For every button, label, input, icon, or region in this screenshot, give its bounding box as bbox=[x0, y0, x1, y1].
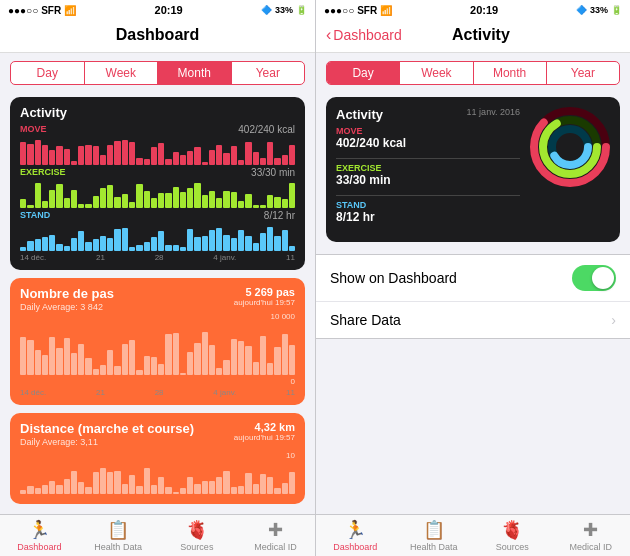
steps-bar-item bbox=[129, 340, 135, 375]
bar-item bbox=[56, 244, 62, 251]
right-tab-health-data[interactable]: 📋 Health Data bbox=[395, 515, 474, 556]
wifi-icon: 📶 bbox=[64, 5, 76, 16]
move-value: 402/240 kcal bbox=[238, 124, 295, 135]
steps-bar-item bbox=[114, 366, 120, 375]
bar-item bbox=[20, 142, 26, 165]
bar-item bbox=[93, 146, 99, 165]
right-battery-icon: 🔋 bbox=[611, 5, 622, 15]
bar-item bbox=[136, 158, 142, 165]
steps-title: Nombre de pas bbox=[20, 286, 114, 301]
back-chevron-icon: ‹ bbox=[326, 26, 331, 44]
bar-item bbox=[231, 192, 237, 208]
steps-bar-item bbox=[35, 488, 41, 494]
steps-bar-item bbox=[180, 488, 186, 494]
steps-bars-container bbox=[20, 325, 295, 375]
steps-bar-item bbox=[107, 472, 113, 494]
bar-item bbox=[216, 228, 222, 251]
tab-medical-id[interactable]: ✚ Medical ID bbox=[236, 515, 315, 556]
bar-item bbox=[100, 188, 106, 208]
bar-item bbox=[20, 199, 26, 208]
health-data-icon: 📋 bbox=[107, 519, 129, 541]
distance-card[interactable]: Distance (marche et course) Daily Averag… bbox=[10, 413, 305, 504]
bar-item bbox=[78, 146, 84, 165]
activity-detail-card[interactable]: Activity 11 janv. 2016 MOVE 402/240 kcal… bbox=[326, 97, 620, 242]
left-nav-header: Dashboard bbox=[0, 20, 315, 53]
tab-dashboard[interactable]: 🏃 Dashboard bbox=[0, 515, 79, 556]
bar-item bbox=[93, 239, 99, 251]
left-segment-control: Day Week Month Year bbox=[10, 61, 305, 85]
steps-bar-item bbox=[122, 484, 128, 494]
right-tab-dashboard[interactable]: 🏃 Dashboard bbox=[316, 515, 395, 556]
left-time: 20:19 bbox=[155, 4, 183, 16]
seg-year[interactable]: Year bbox=[232, 62, 305, 84]
activity-card[interactable]: Activity MOVE 402/240 kcal EXERCISE 33/3… bbox=[10, 97, 305, 270]
right-battery: 🔷 33% 🔋 bbox=[576, 5, 622, 15]
right-panel: ●●●○○ SFR 📶 20:19 🔷 33% 🔋 ‹ Dashboard Ac… bbox=[315, 0, 630, 556]
right-title: Activity bbox=[402, 26, 560, 44]
back-button[interactable]: ‹ Dashboard bbox=[326, 26, 402, 44]
steps-bar-item bbox=[202, 332, 208, 375]
stand-bars bbox=[20, 223, 295, 251]
steps-bar-item bbox=[78, 344, 84, 375]
tab-health-data[interactable]: 📋 Health Data bbox=[79, 515, 158, 556]
steps-bar-item bbox=[231, 339, 237, 375]
bar-item bbox=[245, 194, 251, 208]
bar-item bbox=[114, 141, 120, 165]
steps-bar-item bbox=[282, 334, 288, 375]
seg-month[interactable]: Month bbox=[158, 62, 232, 84]
bar-item bbox=[136, 184, 142, 208]
steps-bar-item bbox=[245, 473, 251, 494]
right-seg-week[interactable]: Week bbox=[400, 62, 473, 84]
right-seg-day[interactable]: Day bbox=[327, 62, 400, 84]
tab-sources[interactable]: 🫀 Sources bbox=[158, 515, 237, 556]
right-battery-label: 33% bbox=[590, 5, 608, 15]
stand-value: 8/12 hr bbox=[264, 210, 295, 221]
show-on-dashboard-row[interactable]: Show on Dashboard bbox=[316, 255, 630, 302]
bar-item bbox=[129, 247, 135, 251]
right-seg-year[interactable]: Year bbox=[547, 62, 619, 84]
steps-card[interactable]: Nombre de pas Daily Average: 3 842 5 269… bbox=[10, 278, 305, 405]
bar-item bbox=[114, 197, 120, 208]
steps-bar-item bbox=[122, 344, 128, 375]
right-tab-medical-id[interactable]: ✚ Medical ID bbox=[552, 515, 631, 556]
show-on-dashboard-toggle[interactable] bbox=[572, 265, 616, 291]
seg-week[interactable]: Week bbox=[85, 62, 159, 84]
steps-bar-item bbox=[173, 333, 179, 375]
bar-item bbox=[158, 231, 164, 251]
battery-label: 33% bbox=[275, 5, 293, 15]
steps-bar-item bbox=[187, 352, 193, 375]
show-on-dashboard-label: Show on Dashboard bbox=[330, 270, 457, 286]
right-bluetooth-icon: 🔷 bbox=[576, 5, 587, 15]
bar-item bbox=[209, 230, 215, 251]
right-status-carrier: ●●●○○ SFR 📶 bbox=[324, 5, 392, 16]
tab-sources-label: Sources bbox=[180, 542, 213, 552]
steps-bar-item bbox=[71, 353, 77, 375]
seg-day[interactable]: Day bbox=[11, 62, 85, 84]
exercise-label: EXERCISE bbox=[20, 167, 66, 177]
steps-bar-item bbox=[136, 486, 142, 494]
steps-bar-item bbox=[260, 336, 266, 375]
share-data-row[interactable]: Share Data › bbox=[316, 302, 630, 338]
steps-bar-item bbox=[231, 487, 237, 494]
steps-bar-item bbox=[173, 492, 179, 494]
right-tab-bar: 🏃 Dashboard 📋 Health Data 🫀 Sources ✚ Me… bbox=[316, 514, 630, 556]
activity-date-labels: 14 déc. 21 28 4 janv. 11 bbox=[20, 253, 295, 262]
bar-item bbox=[194, 147, 200, 165]
bar-item bbox=[209, 150, 215, 165]
steps-bar-item bbox=[42, 485, 48, 494]
bar-item bbox=[180, 247, 186, 251]
bar-item bbox=[245, 236, 251, 251]
bar-item bbox=[42, 145, 48, 165]
bar-item bbox=[129, 142, 135, 165]
bar-item bbox=[282, 199, 288, 208]
bar-item bbox=[107, 238, 113, 251]
right-seg-month[interactable]: Month bbox=[474, 62, 547, 84]
right-tab-sources[interactable]: 🫀 Sources bbox=[473, 515, 552, 556]
distance-avg: Daily Average: 3,11 bbox=[20, 437, 194, 447]
steps-bar-item bbox=[93, 369, 99, 375]
bar-item bbox=[35, 183, 41, 208]
steps-bar-item bbox=[27, 486, 33, 494]
left-tab-bar: 🏃 Dashboard 📋 Health Data 🫀 Sources ✚ Me… bbox=[0, 514, 315, 556]
detail-stand-value: 8/12 hr bbox=[336, 210, 520, 224]
detail-move-value: 402/240 kcal bbox=[336, 136, 520, 150]
